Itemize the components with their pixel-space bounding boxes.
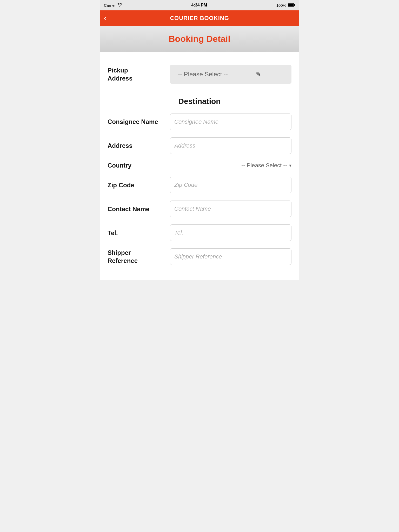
pickup-address-section: PickupAddress -- Please Select -- ✎ (108, 57, 291, 89)
svg-rect-2 (288, 4, 294, 6)
tel-input[interactable] (170, 224, 291, 241)
battery-label: 100% (276, 3, 286, 8)
address-row: Address (108, 137, 291, 154)
page-header-title: Booking Detail (105, 34, 294, 44)
shipper-reference-row: ShipperReference (108, 248, 291, 265)
carrier-label: Carrier (104, 3, 116, 8)
time-display: 4:34 PM (191, 3, 207, 8)
zip-code-label: Zip Code (108, 181, 165, 189)
status-left: Carrier (104, 3, 122, 8)
shipper-reference-input[interactable] (170, 248, 291, 265)
tel-row: Tel. (108, 224, 291, 241)
battery-icon (288, 3, 295, 8)
status-bar: Carrier 4:34 PM 100% (100, 0, 299, 10)
chevron-down-icon: ▾ (289, 163, 291, 168)
back-button[interactable]: ‹ (104, 15, 106, 22)
page-header: Booking Detail (100, 26, 299, 52)
nav-title: COURIER BOOKING (170, 15, 229, 22)
consignee-name-row: Consignee Name (108, 114, 291, 130)
country-row: Country -- Please Select -- ▾ (108, 161, 291, 169)
wifi-icon (117, 3, 122, 8)
country-select-text: -- Please Select -- (241, 162, 287, 169)
country-label: Country (108, 161, 165, 169)
contact-name-input[interactable] (170, 201, 291, 217)
content-area: PickupAddress -- Please Select -- ✎ Dest… (100, 52, 299, 280)
edit-icon: ✎ (231, 71, 286, 78)
contact-name-label: Contact Name (108, 205, 165, 213)
pickup-address-select-button[interactable]: -- Please Select -- ✎ (170, 65, 291, 84)
pickup-address-label: PickupAddress (108, 66, 165, 82)
destination-title: Destination (108, 97, 291, 106)
pickup-select-text: -- Please Select -- (175, 71, 231, 78)
status-right: 100% (276, 3, 295, 8)
consignee-name-input[interactable] (170, 114, 291, 130)
zip-code-row: Zip Code (108, 177, 291, 193)
zip-code-input[interactable] (170, 177, 291, 193)
nav-bar: ‹ COURIER BOOKING (100, 10, 299, 26)
destination-section: Destination Consignee Name Address Count… (108, 89, 291, 275)
tel-label: Tel. (108, 229, 165, 237)
svg-rect-1 (294, 4, 295, 6)
shipper-reference-label: ShipperReference (108, 249, 165, 265)
country-select-wrapper[interactable]: -- Please Select -- ▾ (170, 162, 291, 169)
contact-name-row: Contact Name (108, 201, 291, 217)
address-input[interactable] (170, 137, 291, 154)
consignee-name-label: Consignee Name (108, 118, 165, 126)
address-label: Address (108, 142, 165, 150)
